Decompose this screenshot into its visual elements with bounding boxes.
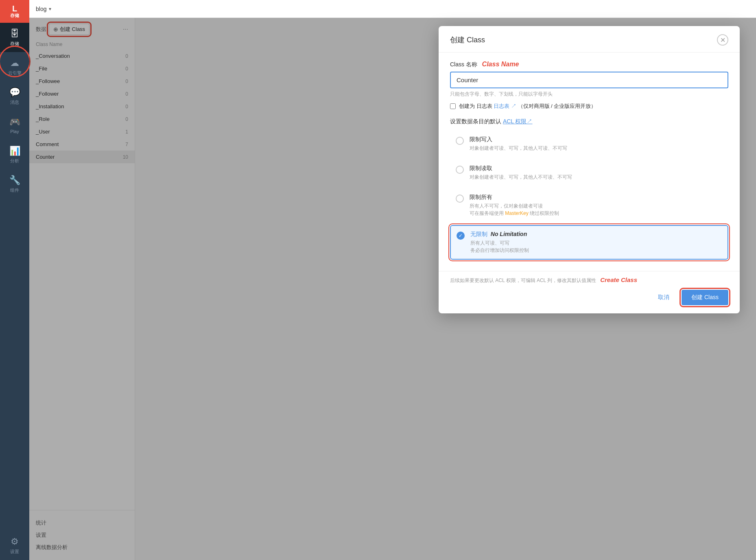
- acl-option-desc: 所有人可读、可写务必自行增加访问权限控制: [470, 239, 722, 254]
- dialog-close-button[interactable]: ✕: [717, 34, 728, 46]
- log-table-link[interactable]: 日志表 ↗: [494, 103, 516, 109]
- gamepad-icon: 🎮: [9, 117, 20, 127]
- modal-overlay: 创建 Class ✕ Class 名称 Class Name 只能包含字母、数字…: [29, 18, 756, 560]
- acl-option-title: 限制所有: [470, 194, 723, 201]
- class-name-label: Class 名称 Class Name: [450, 61, 728, 68]
- navigation-bar: L 存储 🗄 存储 ☁ 云引擎 💬 消息 🎮 Play 📊 分析 🔧 组件 ⚙ …: [0, 0, 29, 560]
- dropdown-icon[interactable]: ▾: [49, 6, 51, 12]
- sidebar-item-settings[interactable]: ⚙ 设置: [0, 531, 29, 560]
- acl-option-content: 限制写入 对象创建者可读、可写，其他人可读、不可写: [470, 136, 723, 152]
- class-name-input[interactable]: [450, 72, 728, 88]
- class-name-label-text: Class 名称: [450, 61, 477, 68]
- message-label: 消息: [10, 99, 19, 105]
- sidebar-item-components[interactable]: 🔧 组件: [0, 169, 29, 199]
- acl-option-title: 无限制 No Limitation: [470, 231, 722, 238]
- logo-letter: L: [12, 4, 17, 13]
- log-table-label: 创建为 日志表 日志表 ↗ （仅对商用版 / 企业版应用开放）: [459, 103, 596, 110]
- storage-label: 存储: [10, 41, 19, 47]
- class-name-annotation: Class Name: [482, 61, 519, 68]
- dialog-footer-actions: 取消 创建 Class: [439, 284, 740, 313]
- dialog-footer-hint: 后续如果要更改默认 ACL 权限，可编辑 ACL 列，修改其默认值属性 Crea…: [439, 271, 740, 284]
- acl-link[interactable]: ACL 权限↗: [503, 118, 533, 125]
- acl-section-label: 设置数据条目的默认 ACL 权限↗: [450, 118, 728, 125]
- components-label: 组件: [10, 187, 19, 193]
- play-label: Play: [10, 129, 19, 134]
- sidebar-item-storage[interactable]: 🗄 存储: [0, 23, 29, 52]
- header-app-name: blog: [36, 6, 46, 12]
- acl-radio-restrict-read[interactable]: [456, 166, 464, 174]
- class-name-hint: 只能包含字母、数字、下划线，只能以字母开头: [450, 91, 728, 98]
- sidebar-item-cloud[interactable]: ☁ 云引擎: [0, 52, 29, 81]
- cloud-icon: ☁: [10, 58, 19, 68]
- sidebar-item-play[interactable]: 🎮 Play: [0, 111, 29, 140]
- storage-icon: 🗄: [10, 28, 19, 39]
- acl-option-title: 限制写入: [470, 136, 723, 143]
- masterkey-label: MasterKey: [505, 210, 528, 216]
- acl-option-desc: 所有人不可写，仅对象创建者可读 可在服务端使用 MasterKey 绕过权限控制: [470, 202, 723, 217]
- body-area: 数据 ⊕ 创建 Class ··· Class Name _Conversati…: [29, 18, 756, 560]
- log-table-checkbox[interactable]: [450, 103, 456, 109]
- acl-radio-restrict-all[interactable]: [456, 195, 464, 203]
- acl-option-restrict-write[interactable]: 限制写入 对象创建者可读、可写，其他人可读、不可写: [450, 131, 728, 157]
- analytics-label: 分析: [10, 158, 19, 164]
- store-label: 存储: [10, 13, 19, 19]
- acl-option-content: 限制所有 所有人不可写，仅对象创建者可读 可在服务端使用 MasterKey 绕…: [470, 194, 723, 217]
- acl-label-text: 设置数据条目的默认: [450, 118, 503, 125]
- message-icon: 💬: [9, 87, 20, 98]
- acl-option-content: 限制读取 对象创建者可读、可写，其他人不可读、不可写: [470, 165, 723, 181]
- footer-annotation: Create Class: [600, 276, 637, 283]
- acl-radio-no-limit[interactable]: [457, 232, 465, 240]
- acl-option-content: 无限制 No Limitation 所有人可读、可写务必自行增加访问权限控制: [470, 231, 722, 254]
- acl-option-desc: 对象创建者可读、可写，其他人不可读、不可写: [470, 173, 723, 181]
- acl-option-no-limit[interactable]: 无限制 No Limitation 所有人可读、可写务必自行增加访问权限控制: [450, 225, 728, 260]
- create-class-dialog: 创建 Class ✕ Class 名称 Class Name 只能包含字母、数字…: [439, 26, 740, 313]
- acl-radio-restrict-write[interactable]: [456, 137, 464, 145]
- components-icon: 🔧: [9, 175, 20, 186]
- settings-icon: ⚙: [11, 536, 19, 547]
- sidebar-item-analytics[interactable]: 📊 分析: [0, 140, 29, 169]
- acl-option-restrict-read[interactable]: 限制读取 对象创建者可读、可写，其他人不可读、不可写: [450, 160, 728, 186]
- cancel-button[interactable]: 取消: [651, 291, 676, 304]
- main-content: blog ▾ 数据 ⊕ 创建 Class ··· Class Name _Con…: [29, 0, 756, 560]
- create-button[interactable]: 创建 Class: [682, 290, 728, 305]
- dialog-body: Class 名称 Class Name 只能包含字母、数字、下划线，只能以字母开…: [439, 52, 740, 271]
- acl-option-restrict-all[interactable]: 限制所有 所有人不可写，仅对象创建者可读 可在服务端使用 MasterKey 绕…: [450, 189, 728, 222]
- analytics-icon: 📊: [9, 146, 20, 156]
- sidebar-item-message[interactable]: 💬 消息: [0, 81, 29, 111]
- app-logo: L 存储: [0, 0, 29, 23]
- header: blog ▾: [29, 0, 756, 18]
- acl-option-title: 限制读取: [470, 165, 723, 172]
- log-table-row: 创建为 日志表 日志表 ↗ （仅对商用版 / 企业版应用开放）: [450, 103, 728, 110]
- dialog-title: 创建 Class: [450, 35, 485, 45]
- acl-option-desc: 对象创建者可读、可写，其他人可读、不可写: [470, 144, 723, 152]
- settings-label: 设置: [10, 549, 19, 555]
- cloud-label: 云引擎: [8, 70, 22, 76]
- dialog-header: 创建 Class ✕: [439, 26, 740, 52]
